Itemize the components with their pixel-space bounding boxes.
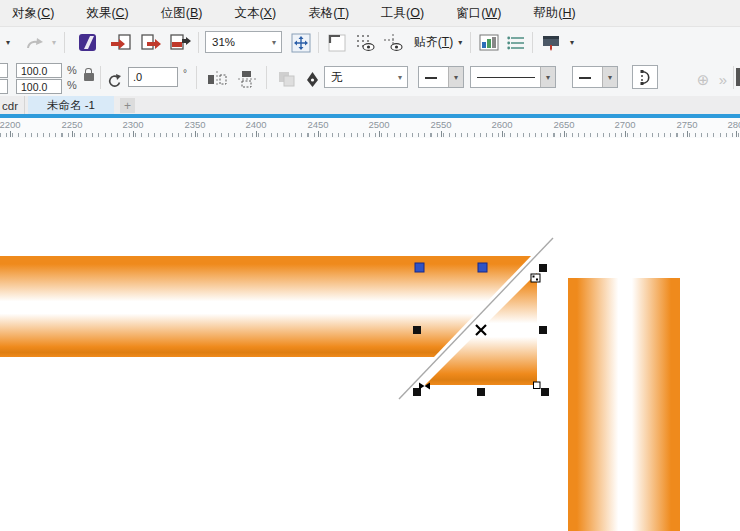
selection-handle-middle-left[interactable] <box>413 326 421 334</box>
selection-handle-bottom-center[interactable] <box>477 388 485 396</box>
curve-node-glyph-top <box>531 274 540 282</box>
selection-handle-bottom-left[interactable] <box>413 388 421 396</box>
app-window: 对象(C) 效果(C) 位图(B) 文本(X) 表格(T) 工具(O) 窗口(W… <box>0 0 740 531</box>
selection-handle-top-center-blue[interactable] <box>478 263 487 272</box>
drawing-canvas[interactable] <box>0 138 740 531</box>
selection-handle-bottom-right[interactable] <box>541 388 549 396</box>
curve-node-glyph-bottom <box>534 382 541 389</box>
canvas-shapes <box>0 0 740 531</box>
selection-handle-top-left-blue[interactable] <box>415 263 424 272</box>
horizontal-gradient-bar-shape[interactable] <box>0 256 531 357</box>
selection-handle-top-right[interactable] <box>539 264 547 272</box>
vertical-gradient-bar-shape[interactable] <box>568 278 680 531</box>
selection-handle-middle-right[interactable] <box>539 326 547 334</box>
